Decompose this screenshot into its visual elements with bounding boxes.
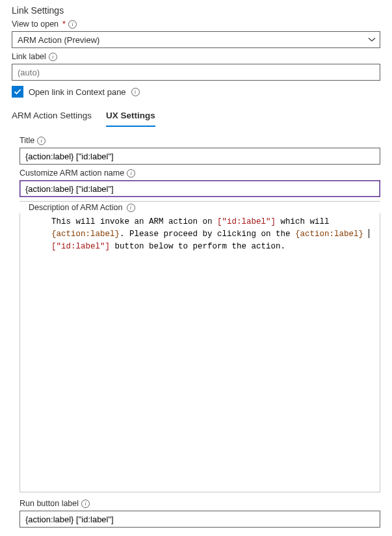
info-icon[interactable]: i — [131, 88, 140, 96]
description-editor[interactable]: This will invoke an ARM action on ["id:l… — [20, 213, 380, 492]
desc-text: which will — [276, 217, 330, 226]
customize-name-label: Customize ARM action name — [20, 168, 124, 178]
desc-actionlabel: {action:label} — [51, 230, 120, 239]
open-context-pane-checkbox[interactable] — [12, 86, 23, 98]
view-to-open-label: View to open — [12, 20, 59, 29]
info-icon[interactable]: i — [49, 53, 57, 61]
info-icon[interactable]: i — [127, 204, 135, 212]
desc-text: button below to perform the action. — [110, 242, 285, 251]
view-to-open-value: ARM Action (Preview) — [18, 35, 99, 45]
open-context-pane-label: Open link in Context pane — [29, 87, 126, 97]
desc-idlabel: ["id:label"] — [51, 242, 110, 251]
page-title: Link Settings — [12, 5, 380, 16]
chevron-down-icon — [368, 36, 376, 44]
info-icon[interactable]: i — [68, 20, 77, 29]
desc-text: . Please proceed by clicking on the — [120, 230, 295, 239]
check-icon — [14, 88, 21, 96]
desc-text: This will invoke an ARM action on — [51, 217, 217, 226]
link-label-label: Link label — [12, 52, 46, 61]
text-cursor — [369, 229, 369, 238]
ux-title-label: Title — [20, 136, 34, 145]
ux-title-input[interactable] — [20, 148, 380, 165]
description-label: Description of ARM Action — [29, 203, 123, 212]
run-button-label-input[interactable] — [20, 511, 380, 528]
desc-idlabel: ["id:label"] — [217, 217, 276, 226]
customize-name-input[interactable] — [20, 180, 380, 197]
view-to-open-select[interactable]: ARM Action (Preview) — [12, 31, 380, 48]
required-asterisk: * — [62, 20, 66, 29]
link-label-input[interactable] — [12, 64, 380, 81]
run-button-label-label: Run button label — [20, 499, 79, 508]
info-icon[interactable]: i — [37, 137, 46, 145]
info-icon[interactable]: i — [81, 500, 90, 508]
tab-ux-settings[interactable]: UX Settings — [106, 107, 155, 127]
tab-arm-action-settings[interactable]: ARM Action Settings — [12, 107, 92, 127]
desc-actionlabel: {action:label} — [295, 230, 363, 239]
info-icon[interactable]: i — [127, 169, 135, 178]
